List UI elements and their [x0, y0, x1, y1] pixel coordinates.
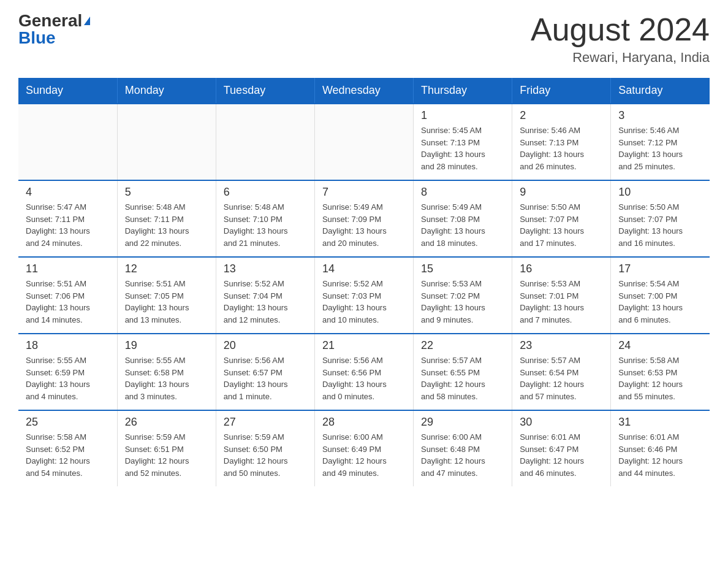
day-info: Sunrise: 5:51 AMSunset: 7:05 PMDaylight:…	[125, 278, 208, 326]
day-info: Sunrise: 5:48 AMSunset: 7:11 PMDaylight:…	[125, 201, 208, 249]
day-info: Sunrise: 5:48 AMSunset: 7:10 PMDaylight:…	[224, 201, 307, 249]
weekday-header-friday: Friday	[512, 78, 611, 104]
day-info: Sunrise: 5:49 AMSunset: 7:08 PMDaylight:…	[421, 201, 504, 249]
calendar-cell: 17Sunrise: 5:54 AMSunset: 7:00 PMDayligh…	[611, 257, 710, 334]
day-number: 3	[618, 109, 702, 122]
logo: General Blue	[18, 12, 90, 47]
day-number: 4	[26, 186, 110, 199]
day-number: 30	[520, 416, 603, 429]
day-info: Sunrise: 5:47 AMSunset: 7:11 PMDaylight:…	[26, 201, 110, 249]
calendar-week-1: 1Sunrise: 5:45 AMSunset: 7:13 PMDaylight…	[18, 104, 710, 180]
weekday-header-sunday: Sunday	[18, 78, 117, 104]
day-number: 23	[520, 339, 603, 352]
calendar-cell: 8Sunrise: 5:49 AMSunset: 7:08 PMDaylight…	[414, 180, 512, 257]
day-number: 12	[125, 262, 208, 275]
calendar-cell: 30Sunrise: 6:01 AMSunset: 6:47 PMDayligh…	[512, 410, 611, 486]
calendar-cell: 4Sunrise: 5:47 AMSunset: 7:11 PMDaylight…	[18, 180, 117, 257]
calendar-cell: 28Sunrise: 6:00 AMSunset: 6:49 PMDayligh…	[314, 410, 413, 486]
calendar-cell: 1Sunrise: 5:45 AMSunset: 7:13 PMDaylight…	[414, 104, 512, 180]
calendar-cell	[216, 104, 314, 180]
calendar-body: 1Sunrise: 5:45 AMSunset: 7:13 PMDaylight…	[18, 104, 710, 486]
day-number: 24	[618, 339, 702, 352]
page-header: General Blue August 2024 Rewari, Haryana…	[18, 12, 710, 66]
day-number: 21	[322, 339, 406, 352]
calendar-cell: 22Sunrise: 5:57 AMSunset: 6:55 PMDayligh…	[414, 334, 512, 410]
calendar-cell: 16Sunrise: 5:53 AMSunset: 7:01 PMDayligh…	[512, 257, 611, 334]
calendar-cell: 31Sunrise: 6:01 AMSunset: 6:46 PMDayligh…	[611, 410, 710, 486]
calendar-cell: 29Sunrise: 6:00 AMSunset: 6:48 PMDayligh…	[414, 410, 512, 486]
day-number: 7	[322, 186, 406, 199]
calendar-cell: 5Sunrise: 5:48 AMSunset: 7:11 PMDaylight…	[117, 180, 216, 257]
day-info: Sunrise: 5:45 AMSunset: 7:13 PMDaylight:…	[421, 124, 504, 172]
calendar-cell: 23Sunrise: 5:57 AMSunset: 6:54 PMDayligh…	[512, 334, 611, 410]
day-number: 9	[520, 186, 603, 199]
day-info: Sunrise: 5:57 AMSunset: 6:55 PMDaylight:…	[421, 354, 504, 402]
day-number: 17	[618, 262, 702, 275]
day-info: Sunrise: 5:52 AMSunset: 7:04 PMDaylight:…	[224, 278, 307, 326]
day-number: 16	[520, 262, 603, 275]
day-number: 26	[125, 416, 208, 429]
calendar-week-2: 4Sunrise: 5:47 AMSunset: 7:11 PMDaylight…	[18, 180, 710, 257]
calendar-cell: 25Sunrise: 5:58 AMSunset: 6:52 PMDayligh…	[18, 410, 117, 486]
month-title: August 2024	[531, 12, 710, 47]
weekday-header-tuesday: Tuesday	[216, 78, 314, 104]
day-number: 31	[618, 416, 702, 429]
day-info: Sunrise: 5:58 AMSunset: 6:53 PMDaylight:…	[618, 354, 702, 402]
calendar-cell: 26Sunrise: 5:59 AMSunset: 6:51 PMDayligh…	[117, 410, 216, 486]
day-number: 14	[322, 262, 406, 275]
day-number: 18	[26, 339, 110, 352]
calendar-cell: 11Sunrise: 5:51 AMSunset: 7:06 PMDayligh…	[18, 257, 117, 334]
day-number: 13	[224, 262, 307, 275]
weekday-header-thursday: Thursday	[414, 78, 512, 104]
day-info: Sunrise: 5:59 AMSunset: 6:51 PMDaylight:…	[125, 431, 208, 479]
weekday-header-row: SundayMondayTuesdayWednesdayThursdayFrid…	[18, 78, 710, 104]
calendar-cell: 14Sunrise: 5:52 AMSunset: 7:03 PMDayligh…	[314, 257, 413, 334]
day-number: 25	[26, 416, 110, 429]
day-info: Sunrise: 5:59 AMSunset: 6:50 PMDaylight:…	[224, 431, 307, 479]
calendar-cell: 2Sunrise: 5:46 AMSunset: 7:13 PMDaylight…	[512, 104, 611, 180]
logo-triangle-icon	[84, 17, 90, 25]
day-info: Sunrise: 5:50 AMSunset: 7:07 PMDaylight:…	[520, 201, 603, 249]
day-info: Sunrise: 5:50 AMSunset: 7:07 PMDaylight:…	[618, 201, 702, 249]
calendar-week-3: 11Sunrise: 5:51 AMSunset: 7:06 PMDayligh…	[18, 257, 710, 334]
calendar-cell: 18Sunrise: 5:55 AMSunset: 6:59 PMDayligh…	[18, 334, 117, 410]
weekday-header-wednesday: Wednesday	[314, 78, 413, 104]
calendar-week-5: 25Sunrise: 5:58 AMSunset: 6:52 PMDayligh…	[18, 410, 710, 486]
calendar-cell: 24Sunrise: 5:58 AMSunset: 6:53 PMDayligh…	[611, 334, 710, 410]
day-number: 15	[421, 262, 504, 275]
calendar-cell	[117, 104, 216, 180]
day-info: Sunrise: 5:46 AMSunset: 7:12 PMDaylight:…	[618, 124, 702, 172]
day-info: Sunrise: 5:55 AMSunset: 6:59 PMDaylight:…	[26, 354, 110, 402]
day-info: Sunrise: 6:00 AMSunset: 6:49 PMDaylight:…	[322, 431, 406, 479]
calendar-cell: 13Sunrise: 5:52 AMSunset: 7:04 PMDayligh…	[216, 257, 314, 334]
calendar-cell: 12Sunrise: 5:51 AMSunset: 7:05 PMDayligh…	[117, 257, 216, 334]
calendar-cell: 10Sunrise: 5:50 AMSunset: 7:07 PMDayligh…	[611, 180, 710, 257]
day-info: Sunrise: 5:49 AMSunset: 7:09 PMDaylight:…	[322, 201, 406, 249]
day-info: Sunrise: 6:00 AMSunset: 6:48 PMDaylight:…	[421, 431, 504, 479]
day-info: Sunrise: 5:53 AMSunset: 7:02 PMDaylight:…	[421, 278, 504, 326]
calendar-header: SundayMondayTuesdayWednesdayThursdayFrid…	[18, 78, 710, 104]
calendar-cell: 7Sunrise: 5:49 AMSunset: 7:09 PMDaylight…	[314, 180, 413, 257]
day-number: 27	[224, 416, 307, 429]
day-number: 10	[618, 186, 702, 199]
day-info: Sunrise: 5:57 AMSunset: 6:54 PMDaylight:…	[520, 354, 603, 402]
day-info: Sunrise: 5:52 AMSunset: 7:03 PMDaylight:…	[322, 278, 406, 326]
calendar-table: SundayMondayTuesdayWednesdayThursdayFrid…	[18, 78, 710, 486]
calendar-cell: 6Sunrise: 5:48 AMSunset: 7:10 PMDaylight…	[216, 180, 314, 257]
day-info: Sunrise: 5:54 AMSunset: 7:00 PMDaylight:…	[618, 278, 702, 326]
logo-blue-text: Blue	[18, 29, 56, 47]
calendar-cell: 9Sunrise: 5:50 AMSunset: 7:07 PMDaylight…	[512, 180, 611, 257]
day-number: 29	[421, 416, 504, 429]
day-info: Sunrise: 5:56 AMSunset: 6:57 PMDaylight:…	[224, 354, 307, 402]
day-info: Sunrise: 6:01 AMSunset: 6:46 PMDaylight:…	[618, 431, 702, 479]
day-info: Sunrise: 5:56 AMSunset: 6:56 PMDaylight:…	[322, 354, 406, 402]
day-number: 22	[421, 339, 504, 352]
title-area: August 2024 Rewari, Haryana, India	[531, 12, 710, 66]
day-info: Sunrise: 6:01 AMSunset: 6:47 PMDaylight:…	[520, 431, 603, 479]
location: Rewari, Haryana, India	[531, 50, 710, 66]
calendar-cell	[18, 104, 117, 180]
day-info: Sunrise: 5:55 AMSunset: 6:58 PMDaylight:…	[125, 354, 208, 402]
day-number: 11	[26, 262, 110, 275]
day-number: 6	[224, 186, 307, 199]
logo-general-text: General	[18, 12, 82, 29]
